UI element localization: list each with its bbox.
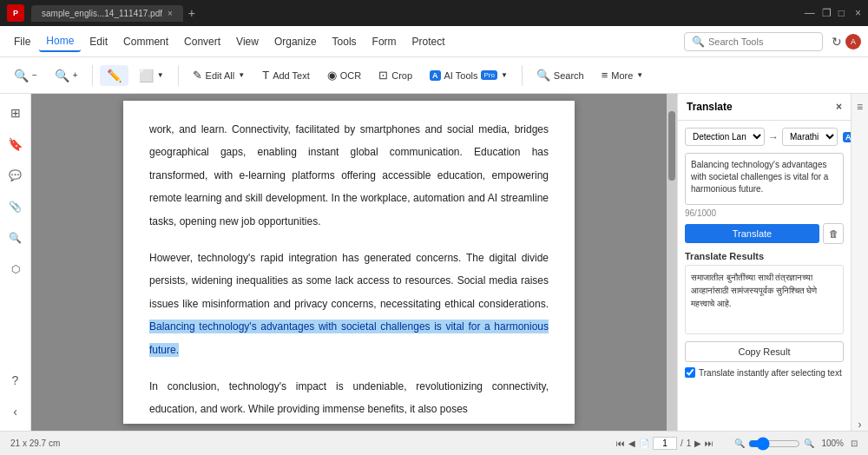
menu-comment[interactable]: Comment <box>116 32 175 51</box>
active-tab[interactable]: sample_englis...14_111417.pdf × <box>31 5 183 22</box>
search-tools-box[interactable]: 🔍 <box>684 32 823 51</box>
menu-protect[interactable]: Protect <box>405 32 452 51</box>
zoom-out-button[interactable]: 🔍 − <box>7 65 44 86</box>
zoom-slider[interactable] <box>748 437 800 451</box>
zoom-in-icon: 🔍 <box>55 69 69 82</box>
translate-close-button[interactable]: × <box>836 101 842 113</box>
menu-edit[interactable]: Edit <box>82 32 115 51</box>
source-language-select[interactable]: Detection Lan <box>685 128 765 146</box>
collapse-icon[interactable]: ‹ <box>3 399 28 424</box>
ai-badge: Pro <box>481 70 496 80</box>
menu-action-icons: ↻ A <box>832 34 861 49</box>
edit-icon: ✎ <box>193 69 202 82</box>
zoom-plus: + <box>73 70 78 80</box>
annotate-button[interactable]: ✏️ <box>100 65 128 86</box>
main-layout: ⊞ 🔖 💬 📎 🔍 ⬡ ? ‹ work, and learn. Connect… <box>0 94 868 431</box>
status-bar: 21 x 29.7 cm ⏮ ◀ 📄 / 1 ▶ ⏭ 🔍 🔍 100% ⊡ <box>0 431 868 455</box>
zoom-in-status-icon[interactable]: 🔍 <box>804 439 814 448</box>
delete-button[interactable]: 🗑 <box>823 223 844 244</box>
toolbar-sep-2 <box>178 65 179 86</box>
menu-convert[interactable]: Convert <box>177 32 227 51</box>
scroll-thumb[interactable] <box>668 111 675 181</box>
translate-title: Translate <box>687 101 733 113</box>
toolbar: 🔍 − 🔍 + ✏️ ⬜ ▼ ✎ Edit All ▼ T Add Text ◉… <box>0 57 868 94</box>
right-icon-1[interactable]: ≡ <box>857 101 863 113</box>
source-text: Balancing technology's advantages with s… <box>691 160 828 194</box>
tab-title: sample_englis...14_111417.pdf <box>42 9 162 18</box>
zoom-out-status-icon[interactable]: 🔍 <box>734 439 745 448</box>
crop-button[interactable]: ⊡ Crop <box>372 65 419 85</box>
prev-page-icon[interactable]: ◀ <box>628 439 635 448</box>
edit-all-label: Edit All <box>206 70 235 81</box>
close-tab-button[interactable]: × <box>168 9 173 18</box>
select-icon: ⬜ <box>139 69 154 82</box>
refresh-icon[interactable]: ↻ <box>832 35 842 49</box>
menu-form[interactable]: Form <box>365 32 404 51</box>
add-tab-button[interactable]: + <box>188 6 195 20</box>
menu-view[interactable]: View <box>229 32 266 51</box>
page-icon-1: 📄 <box>639 439 649 448</box>
pdf-paragraph-3: In conclusion, technology's impact is un… <box>149 375 549 421</box>
translate-panel-body: Detection Lan → Marathi A Balancing tech… <box>678 121 851 431</box>
ocr-button[interactable]: ◉ OCR <box>320 65 368 85</box>
left-sidebar: ⊞ 🔖 💬 📎 🔍 ⬡ ? ‹ <box>0 94 31 431</box>
translate-button[interactable]: Translate <box>685 224 819 243</box>
menu-organize[interactable]: Organize <box>267 32 324 51</box>
ai-tools-button[interactable]: A AI Tools Pro ▼ <box>423 67 515 84</box>
copy-result-button[interactable]: Copy Result <box>685 341 844 362</box>
fit-icon[interactable]: ⊡ <box>851 439 858 448</box>
edit-all-button[interactable]: ✎ Edit All ▼ <box>186 65 253 85</box>
zoom-in-button[interactable]: 🔍 + <box>48 65 85 86</box>
account-icon[interactable]: A <box>845 34 861 49</box>
instant-translate-label: Translate instantly after selecting text <box>699 368 842 378</box>
minimize-button[interactable]: — <box>805 7 815 19</box>
translate-panel: Translate × Detection Lan → Marathi A Ba… <box>677 94 851 431</box>
instant-translate-row: Translate instantly after selecting text <box>685 367 844 378</box>
search-sidebar-icon[interactable]: 🔍 <box>3 226 28 250</box>
right-icon-2[interactable]: › <box>858 419 862 431</box>
language-row: Detection Lan → Marathi A <box>685 128 844 146</box>
search-icon: 🔍 <box>536 69 550 82</box>
translate-btn-row: Translate 🗑 <box>685 223 844 244</box>
search-button[interactable]: 🔍 Search <box>529 65 591 85</box>
bookmark-icon[interactable]: 🔖 <box>3 132 28 156</box>
highlighted-text: Balancing technology's advantages with s… <box>149 320 549 356</box>
target-language-select[interactable]: Marathi <box>782 128 838 146</box>
close-window-button[interactable]: × <box>855 7 861 19</box>
restore-button[interactable]: ❐ <box>822 7 832 19</box>
pdf-scrollbar[interactable] <box>667 94 677 431</box>
ocr-label: OCR <box>340 70 361 81</box>
toolbar-sep-3 <box>522 65 523 86</box>
page-input[interactable] <box>653 437 677 450</box>
next-page-icon[interactable]: ▶ <box>694 439 701 448</box>
layers-icon[interactable]: ⬡ <box>3 257 28 281</box>
zoom-out-icon: 🔍 <box>14 69 29 82</box>
menu-home[interactable]: Home <box>39 31 81 52</box>
translate-result-label: Translate Results <box>685 251 844 261</box>
edit-chevron: ▼ <box>238 71 245 79</box>
select-chevron: ▼ <box>157 71 164 79</box>
attachment-icon[interactable]: 📎 <box>3 195 28 219</box>
thumbnail-icon[interactable]: ⊞ <box>3 101 28 125</box>
delete-icon: 🗑 <box>829 228 838 239</box>
more-button[interactable]: ≡ More ▼ <box>595 65 651 85</box>
menu-tools[interactable]: Tools <box>326 32 364 51</box>
menu-bar: File Home Edit Comment Convert View Orga… <box>0 26 868 57</box>
lang-arrow-icon: → <box>768 131 779 143</box>
add-text-button[interactable]: T Add Text <box>255 65 317 85</box>
search-tools-input[interactable] <box>708 36 815 47</box>
select-button[interactable]: ⬜ ▼ <box>132 65 171 86</box>
maximize-button[interactable]: □ <box>838 7 845 19</box>
char-count: 96/1000 <box>685 208 844 218</box>
more-icon: ≡ <box>602 69 608 82</box>
help-icon[interactable]: ? <box>3 368 28 392</box>
add-text-icon: T <box>262 69 269 82</box>
more-label: More <box>611 70 633 81</box>
last-page-icon[interactable]: ⏭ <box>705 439 713 448</box>
menu-file[interactable]: File <box>7 32 37 51</box>
instant-translate-checkbox[interactable] <box>685 367 695 378</box>
add-text-label: Add Text <box>273 70 310 81</box>
search-tools-icon: 🔍 <box>692 36 705 48</box>
first-page-icon[interactable]: ⏮ <box>616 439 625 448</box>
comment-sidebar-icon[interactable]: 💬 <box>3 163 28 188</box>
